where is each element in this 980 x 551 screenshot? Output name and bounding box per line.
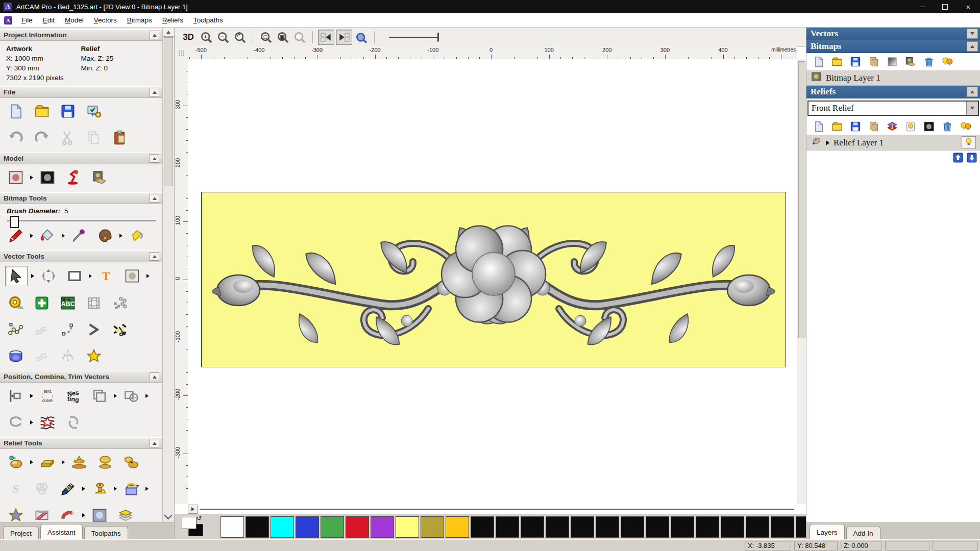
combo-dropdown-button[interactable] xyxy=(966,102,978,115)
set-lighting[interactable] xyxy=(63,168,84,187)
palette-swatch-7[interactable] xyxy=(396,516,419,538)
menu-bitmaps[interactable]: Bitmaps xyxy=(122,14,157,26)
menu-toolpaths[interactable]: Toolpaths xyxy=(188,14,228,26)
menu-reliefs[interactable]: Reliefs xyxy=(157,14,188,26)
pick-colour-tool[interactable] xyxy=(68,226,90,245)
paint-tool[interactable] xyxy=(5,226,27,245)
palette-swatch-1[interactable] xyxy=(246,516,269,538)
collapse-button[interactable] xyxy=(150,372,159,381)
texture-relief[interactable] xyxy=(89,168,110,187)
join-vectors-tool[interactable] xyxy=(5,413,27,432)
join-vectors-tool-flyout[interactable] xyxy=(30,420,33,424)
view-3d[interactable]: 3D xyxy=(180,30,197,44)
reliefs-header[interactable]: Reliefs xyxy=(806,86,980,98)
palette-swatch-14[interactable] xyxy=(571,516,594,538)
save-bitmap-layer[interactable] xyxy=(846,55,865,69)
merge-relief-tool[interactable] xyxy=(115,506,136,523)
bitmaps-header[interactable]: Bitmaps xyxy=(806,40,980,53)
zero-plane-tool[interactable] xyxy=(37,453,58,472)
create-polyline-tool[interactable] xyxy=(5,320,27,339)
delete-bitmap-layer[interactable] xyxy=(920,55,938,69)
star-wizard-tool[interactable] xyxy=(5,506,27,523)
collapse-button[interactable] xyxy=(150,439,159,447)
palette-swatch-15[interactable] xyxy=(596,516,619,538)
greyscale-preview[interactable] xyxy=(37,168,58,187)
palette-swatch-17[interactable] xyxy=(646,516,669,538)
collapse-button[interactable] xyxy=(150,154,159,163)
envelope-distort-tool-flyout[interactable] xyxy=(146,274,150,278)
palette-swatch-9[interactable] xyxy=(446,516,469,538)
calculate-relief-tool-flyout[interactable] xyxy=(30,460,33,464)
move-layer-up-button[interactable] xyxy=(952,153,964,163)
preview-relief-layer[interactable] xyxy=(354,30,369,44)
create-arc-tool[interactable] xyxy=(57,320,79,339)
palette-swatch-5[interactable] xyxy=(346,516,369,538)
artwork-2d-view[interactable] xyxy=(201,192,786,367)
palette-swatch-11[interactable] xyxy=(496,516,519,538)
tab-toolpaths[interactable]: Toolpaths xyxy=(84,526,128,540)
bitmap-layer-row[interactable]: Bitmap Layer 1 xyxy=(806,70,980,86)
palette-swatch-13[interactable] xyxy=(546,516,569,538)
tab-assistant[interactable]: Assistant xyxy=(40,524,83,540)
gradient-layer[interactable] xyxy=(883,55,901,69)
zero-plane-tool-flyout[interactable] xyxy=(62,460,65,464)
move-layer-down-button[interactable] xyxy=(966,153,977,163)
turn-relief-tool-flyout[interactable] xyxy=(82,513,85,517)
calculate-relief-tool[interactable] xyxy=(5,453,27,472)
zoom-out[interactable]: − xyxy=(215,30,231,44)
palette-swatch-20[interactable] xyxy=(721,516,744,538)
palette-swatch-4[interactable] xyxy=(321,516,344,538)
zoom-in[interactable]: + xyxy=(199,30,214,44)
palette-swatch-22[interactable] xyxy=(771,516,794,538)
turn-relief-tool[interactable] xyxy=(57,506,79,523)
fluting-tool[interactable] xyxy=(37,413,58,432)
canvas-view[interactable] xyxy=(188,59,797,504)
toggle-vector-view[interactable] xyxy=(336,30,352,45)
bitmap-preview-flyout[interactable] xyxy=(30,176,33,180)
layer-visibility-card[interactable] xyxy=(901,119,920,134)
palette-swatch-8[interactable] xyxy=(421,516,444,538)
align-vectors-tool[interactable] xyxy=(5,386,27,406)
offset-relief-tool[interactable] xyxy=(120,453,142,472)
canvas-v-scrollbar[interactable] xyxy=(797,59,806,504)
flip-relief-tool-flyout[interactable] xyxy=(145,487,149,491)
select-tool[interactable] xyxy=(5,266,28,286)
scrollbar-thumb[interactable] xyxy=(164,37,173,186)
zoom-box[interactable]: □ xyxy=(258,30,274,44)
relief-from-image-tool[interactable]: b xyxy=(57,479,79,498)
flip-relief-tool[interactable] xyxy=(120,479,142,498)
link-colours-tool[interactable] xyxy=(126,226,148,245)
vectors-header[interactable]: Vectors xyxy=(806,28,980,40)
expand-vectors-button[interactable] xyxy=(967,29,978,39)
collapse-button[interactable] xyxy=(150,194,159,203)
menu-edit[interactable]: Edit xyxy=(38,14,60,26)
create-shape-tool[interactable] xyxy=(31,293,53,313)
open-bitmap-layer[interactable] xyxy=(828,55,846,69)
import-relief-layer[interactable] xyxy=(865,119,883,134)
transform-tool[interactable] xyxy=(38,266,59,286)
palette-swatch-19[interactable] xyxy=(696,516,719,538)
scrollbar-thumb[interactable] xyxy=(200,509,794,510)
toggle-all-bitmap-visibility[interactable] xyxy=(938,55,957,69)
create-star-tool[interactable] xyxy=(83,346,105,366)
scale-relief-tool[interactable] xyxy=(94,453,116,472)
colour-palette-tool[interactable] xyxy=(94,226,116,245)
maximize-button[interactable] xyxy=(933,0,957,13)
canvas-h-scrollbar[interactable] xyxy=(188,504,797,514)
palette-swatch-12[interactable] xyxy=(521,516,544,538)
tab-layers[interactable]: Layers xyxy=(810,524,845,540)
collapse-button[interactable] xyxy=(150,88,159,96)
paint-tool-flyout[interactable] xyxy=(30,234,33,238)
twirl-tool[interactable] xyxy=(63,413,84,432)
relief-layer-row[interactable]: + Relief Layer 1 xyxy=(806,135,980,151)
collapse-button[interactable] xyxy=(150,252,159,261)
tab-project[interactable]: Project xyxy=(3,526,39,540)
close-button[interactable]: × xyxy=(957,0,980,13)
merge-bitmap-layers[interactable] xyxy=(901,55,920,69)
minimize-button[interactable] xyxy=(910,0,933,13)
colour-palette-tool-flyout[interactable] xyxy=(119,234,122,238)
measure-tool[interactable] xyxy=(5,293,27,313)
paste-along-curve-tool[interactable] xyxy=(109,293,131,313)
scroll-up-button[interactable] xyxy=(163,28,174,37)
palette-swatch-6[interactable] xyxy=(371,516,394,538)
